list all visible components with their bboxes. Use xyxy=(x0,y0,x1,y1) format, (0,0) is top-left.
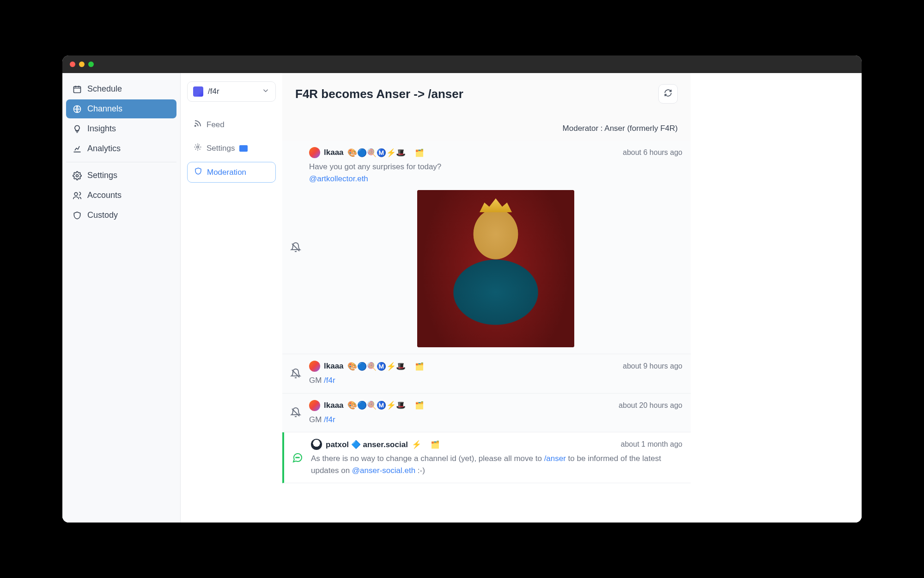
moderator-info: Moderator : Anser (formerly F4R) xyxy=(282,115,691,141)
post-text: GM /f4r xyxy=(309,375,682,387)
post-timestamp: about 9 hours ago xyxy=(623,362,682,370)
sidebar-item-custody[interactable]: Custody xyxy=(66,206,176,225)
moderator-value: Anser (formerly F4R) xyxy=(604,124,678,133)
user-badges: 🎨🔵🍭Ⓜ️⚡🎩 xyxy=(347,400,406,410)
user-badges: ⚡ xyxy=(412,440,421,449)
svg-point-11 xyxy=(298,457,299,458)
svg-rect-0 xyxy=(74,86,81,92)
sidebar-item-label: Channels xyxy=(87,104,122,114)
moderator-label: Moderator : xyxy=(563,124,605,133)
close-window-button[interactable] xyxy=(70,61,75,67)
zoom-window-button[interactable] xyxy=(88,61,94,67)
post-timestamp: about 6 hours ago xyxy=(623,148,682,157)
refresh-icon xyxy=(664,89,672,99)
main-content: F4R becomes Anser -> /anser Moderator : … xyxy=(282,73,691,523)
users-icon xyxy=(73,191,82,200)
svg-point-5 xyxy=(197,146,199,148)
sidebar-item-label: Custody xyxy=(87,210,118,220)
post-image[interactable] xyxy=(417,190,574,347)
post[interactable]: lkaaa🎨🔵🍭Ⓜ️⚡🎩🗂️about 20 hours agoGM /f4r xyxy=(282,394,691,433)
page-title: F4R becomes Anser -> /anser xyxy=(295,87,463,101)
shield-icon xyxy=(194,167,202,178)
globe-icon xyxy=(73,105,82,114)
sidebar-item-settings[interactable]: Settings xyxy=(66,166,176,185)
sidebar-divider xyxy=(66,162,176,162)
folder-icon[interactable]: 🗂️ xyxy=(431,440,440,449)
calendar-icon xyxy=(73,85,82,94)
post-timestamp: about 1 month ago xyxy=(621,440,682,449)
svg-point-3 xyxy=(74,192,78,196)
subnav-item-settings[interactable]: Settings xyxy=(187,138,276,158)
post-text: GM /f4r xyxy=(309,414,682,426)
sidebar-item-label: Analytics xyxy=(87,144,121,154)
rss-icon xyxy=(194,119,202,130)
post-text: Have you got any surprises for today?@ar… xyxy=(309,161,682,184)
user-badges: 🎨🔵🍭Ⓜ️⚡🎩 xyxy=(347,362,406,371)
user-badges: 🎨🔵🍭Ⓜ️⚡🎩 xyxy=(347,148,406,158)
subnav-item-label: Moderation xyxy=(207,168,246,177)
folder-icon[interactable]: 🗂️ xyxy=(415,362,424,371)
post-username[interactable]: lkaaa xyxy=(324,148,344,157)
sidebar-item-label: Accounts xyxy=(87,191,122,200)
minimize-window-button[interactable] xyxy=(79,61,85,67)
post[interactable]: patxol 🔷 anser.social⚡🗂️about 1 month ag… xyxy=(282,432,691,483)
sidebar-item-accounts[interactable]: Accounts xyxy=(66,186,176,205)
post-timestamp: about 20 hours ago xyxy=(619,401,682,410)
chat-icon[interactable] xyxy=(292,452,303,465)
bell-off-icon[interactable] xyxy=(290,242,301,255)
gear-icon xyxy=(194,143,202,154)
folder-icon[interactable]: 🗂️ xyxy=(415,148,424,157)
post[interactable]: lkaaa🎨🔵🍭Ⓜ️⚡🎩🗂️about 9 hours agoGM /f4r xyxy=(282,354,691,394)
mention-link[interactable]: /f4r xyxy=(324,415,335,424)
post[interactable]: lkaaa🎨🔵🍭Ⓜ️⚡🎩🗂️about 6 hours agoHave you … xyxy=(282,141,691,354)
gear-icon xyxy=(73,171,82,180)
right-blank-panel xyxy=(691,73,862,523)
avatar[interactable] xyxy=(309,147,320,158)
post-feed: lkaaa🎨🔵🍭Ⓜ️⚡🎩🗂️about 6 hours agoHave you … xyxy=(282,141,691,523)
svg-point-2 xyxy=(76,174,79,177)
subnav-item-feed[interactable]: Feed xyxy=(187,115,276,135)
channel-logo-icon xyxy=(193,86,203,97)
subnav-item-label: Settings xyxy=(207,144,235,153)
post-text: As there is no way to change a channel i… xyxy=(311,453,682,476)
mention-link[interactable]: /f4r xyxy=(324,376,335,385)
main-header: F4R becomes Anser -> /anser xyxy=(282,73,691,115)
chart-icon xyxy=(73,144,82,154)
post-username[interactable]: lkaaa xyxy=(324,362,344,371)
primary-sidebar: Schedule Channels Insights Analytics xyxy=(62,73,181,523)
settings-badge-icon xyxy=(239,145,248,152)
titlebar xyxy=(62,55,862,73)
sidebar-item-insights[interactable]: Insights xyxy=(66,119,176,138)
subnav-item-moderation[interactable]: Moderation xyxy=(187,162,276,183)
folder-icon[interactable]: 🗂️ xyxy=(415,401,424,410)
sidebar-item-label: Insights xyxy=(87,124,116,134)
mention-link[interactable]: /anser xyxy=(544,454,566,463)
avatar[interactable] xyxy=(311,439,322,450)
post-username[interactable]: lkaaa xyxy=(324,401,344,410)
chevron-down-icon xyxy=(261,86,270,97)
svg-point-4 xyxy=(195,125,196,126)
avatar[interactable] xyxy=(309,400,320,411)
mention-link[interactable]: @artkollector.eth xyxy=(309,174,368,183)
bell-off-icon[interactable] xyxy=(290,407,301,420)
sidebar-item-label: Settings xyxy=(87,171,117,180)
shield-icon xyxy=(73,211,82,220)
sidebar-item-label: Schedule xyxy=(87,84,122,94)
svg-point-9 xyxy=(296,457,297,458)
channel-selector[interactable]: /f4r xyxy=(187,81,276,102)
avatar[interactable] xyxy=(309,361,320,372)
bulb-icon xyxy=(73,124,82,134)
bell-off-icon[interactable] xyxy=(290,368,301,381)
channel-name: /f4r xyxy=(208,87,219,96)
sidebar-item-channels[interactable]: Channels xyxy=(66,99,176,118)
post-username[interactable]: patxol 🔷 anser.social xyxy=(326,440,408,449)
refresh-button[interactable] xyxy=(658,84,678,104)
subnav-item-label: Feed xyxy=(207,120,225,129)
mention-link[interactable]: @anser-social.eth xyxy=(352,466,415,475)
svg-point-10 xyxy=(297,457,298,458)
sidebar-item-schedule[interactable]: Schedule xyxy=(66,80,176,98)
sidebar-item-analytics[interactable]: Analytics xyxy=(66,139,176,158)
channel-subnav: /f4r Feed Settings xyxy=(181,73,282,523)
